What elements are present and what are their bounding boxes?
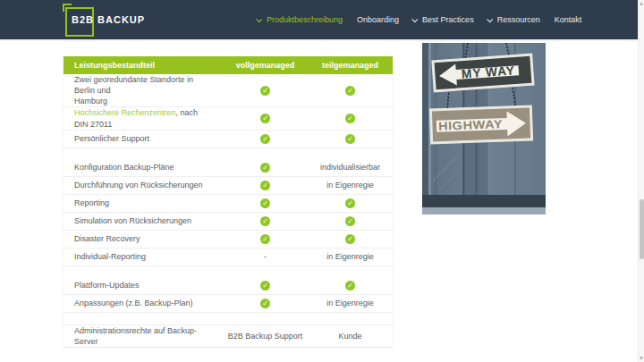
- column-header-leistungsbestandteil: Leistungsbestandteil: [64, 61, 223, 70]
- row-label: Reporting: [64, 198, 223, 208]
- cell-teilgemanaged: in Eigenregie: [308, 181, 393, 189]
- page-scrollbar[interactable]: [638, 0, 644, 362]
- chevron-down-icon: [487, 16, 493, 22]
- check-icon: ✓: [345, 216, 355, 226]
- check-icon: ✓: [345, 281, 355, 290]
- row-label: Disaster Recovery: [64, 233, 223, 244]
- table-row: Simulation von Rücksicherungen ✓ ✓: [64, 213, 393, 231]
- cell-vollgemanaged: ✓: [223, 299, 308, 308]
- table-row: Plattform-Updates ✓ ✓: [64, 277, 393, 295]
- table-row: Konfiguration Backup-Pläne ✓ individuali…: [64, 159, 393, 177]
- cell-teilgemanaged: ✓: [308, 281, 393, 290]
- row-label: Zwei georedundante Standorte in Berlin u…: [64, 74, 223, 106]
- table-row: Administrationsrechte auf Backup-Server …: [64, 325, 393, 347]
- logo[interactable]: B2B BACKUP: [65, 4, 146, 37]
- cell-vollgemanaged: ✓: [223, 134, 308, 144]
- cell-vollgemanaged: ✓: [223, 86, 308, 96]
- nav-item-label: Produktbeschreibung: [267, 15, 343, 24]
- main-nav: Produktbeschreibung Onboarding Best Prac…: [258, 0, 581, 39]
- row-label: Konfiguration Backup-Pläne: [64, 162, 223, 173]
- check-icon: ✓: [345, 114, 355, 123]
- cell-vollgemanaged: ✓: [223, 163, 308, 173]
- check-icon: ✓: [345, 86, 355, 96]
- row-label: Hochsichere Rechenzentren, nach DIN 2701…: [64, 107, 223, 129]
- table-row: [64, 313, 393, 325]
- table-row: Individual-Reporting - in Eigenregie: [64, 248, 393, 266]
- check-icon: ✓: [260, 198, 270, 208]
- row-label: Anpassungen (z.B. Backup-Plan): [64, 298, 223, 308]
- cell-teilgemanaged: ✓: [308, 134, 393, 144]
- cell-vollgemanaged: -: [223, 252, 308, 261]
- check-icon: ✓: [260, 216, 270, 226]
- sign-my-way: MY WAY: [433, 55, 533, 91]
- cell-teilgemanaged: individualisierbar: [308, 163, 393, 172]
- check-icon: ✓: [260, 114, 270, 123]
- sign-highway-text: HIGHWAY: [438, 117, 503, 133]
- nav-item-label: Best Practices: [422, 15, 474, 24]
- logo-text: B2B BACKUP: [72, 14, 145, 25]
- cell-teilgemanaged: ✓: [308, 86, 393, 96]
- nav-item-onboarding[interactable]: Onboarding: [357, 15, 399, 24]
- cell-vollgemanaged: ✓: [223, 198, 308, 208]
- cell-vollgemanaged: ✓: [223, 181, 308, 190]
- check-icon: ✓: [345, 134, 355, 144]
- comparison-table: Leistungsbestandteil vollgemanaged teilg…: [63, 56, 394, 348]
- table-row: Disaster Recovery ✓ ✓: [64, 231, 393, 248]
- chevron-down-icon: [256, 16, 262, 22]
- cell-vollgemanaged: B2B Backup Support: [223, 332, 308, 341]
- row-label: Persönlicher Support: [64, 133, 223, 144]
- scrollbar-down-arrow[interactable]: [640, 357, 643, 360]
- nav-item-label: Onboarding: [357, 15, 399, 24]
- row-label: Simulation von Rücksicherungen: [64, 215, 223, 226]
- cell-teilgemanaged: in Eigenregie: [308, 252, 393, 261]
- table-row: Anpassungen (z.B. Backup-Plan) ✓ in Eige…: [64, 295, 393, 313]
- check-icon: ✓: [260, 134, 270, 144]
- sign-highway: HIGHWAY: [430, 106, 531, 143]
- inline-text-link[interactable]: Hochsichere Rechenzentren: [74, 108, 176, 117]
- cell-teilgemanaged: ✓: [308, 114, 393, 123]
- check-icon: ✓: [260, 234, 270, 244]
- table-header-row: Leistungsbestandteil vollgemanaged teilg…: [64, 56, 393, 74]
- check-icon: ✓: [260, 181, 270, 190]
- nav-item-produktbeschreibung[interactable]: Produktbeschreibung: [258, 15, 343, 24]
- table-row: Hochsichere Rechenzentren, nach DIN 2701…: [64, 107, 393, 130]
- check-icon: ✓: [345, 234, 355, 244]
- check-icon: ✓: [260, 163, 270, 173]
- table-row: [64, 148, 393, 159]
- table-row: [64, 266, 393, 277]
- check-icon: ✓: [260, 299, 270, 308]
- check-icon: ✓: [345, 198, 355, 208]
- cell-vollgemanaged: ✓: [223, 114, 308, 123]
- cell-teilgemanaged: Kunde: [308, 332, 393, 341]
- column-header-teilgemanaged: teilgemanaged: [308, 61, 393, 70]
- cell-teilgemanaged: ✓: [308, 234, 393, 244]
- column-header-vollgemanaged: vollgemanaged: [223, 61, 308, 70]
- cell-teilgemanaged: in Eigenregie: [308, 299, 393, 307]
- nav-item-ressourcen[interactable]: Ressourcen: [488, 15, 540, 24]
- cell-teilgemanaged: ✓: [308, 216, 393, 226]
- check-icon: ✓: [260, 86, 270, 96]
- cell-vollgemanaged: ✓: [223, 234, 308, 244]
- nav-item-label: Kontakt: [555, 15, 582, 24]
- table-row: Durchführung von Rücksicherungen ✓ in Ei…: [64, 177, 393, 195]
- scrollbar-up-arrow[interactable]: [640, 2, 643, 5]
- cell-vollgemanaged: ✓: [223, 216, 308, 226]
- row-label: Plattform-Updates: [64, 280, 223, 290]
- top-navigation-bar: B2B BACKUP Produktbeschreibung Onboardin…: [0, 0, 638, 39]
- table-row: Persönlicher Support ✓ ✓: [64, 130, 393, 148]
- cell-teilgemanaged: ✓: [308, 198, 393, 208]
- chevron-down-icon: [411, 16, 418, 22]
- table-row: Reporting ✓ ✓: [64, 195, 393, 213]
- door-signs-illustration: MY WAY HIGHWAY: [422, 43, 546, 215]
- row-label: Administrationsrechte auf Backup-Server: [64, 325, 223, 347]
- check-icon: ✓: [260, 281, 270, 290]
- scrollbar-thumb[interactable]: [640, 199, 644, 259]
- table-body: Zwei georedundante Standorte in Berlin u…: [64, 74, 393, 347]
- nav-item-kontakt[interactable]: Kontakt: [555, 15, 582, 24]
- row-label: Individual-Reporting: [64, 251, 223, 262]
- direction-signs-photo: MY WAY HIGHWAY: [422, 43, 546, 215]
- cell-vollgemanaged: ✓: [223, 281, 308, 290]
- nav-item-best-practices[interactable]: Best Practices: [413, 15, 474, 24]
- nav-item-label: Ressourcen: [497, 15, 540, 24]
- row-label: Durchführung von Rücksicherungen: [64, 180, 223, 190]
